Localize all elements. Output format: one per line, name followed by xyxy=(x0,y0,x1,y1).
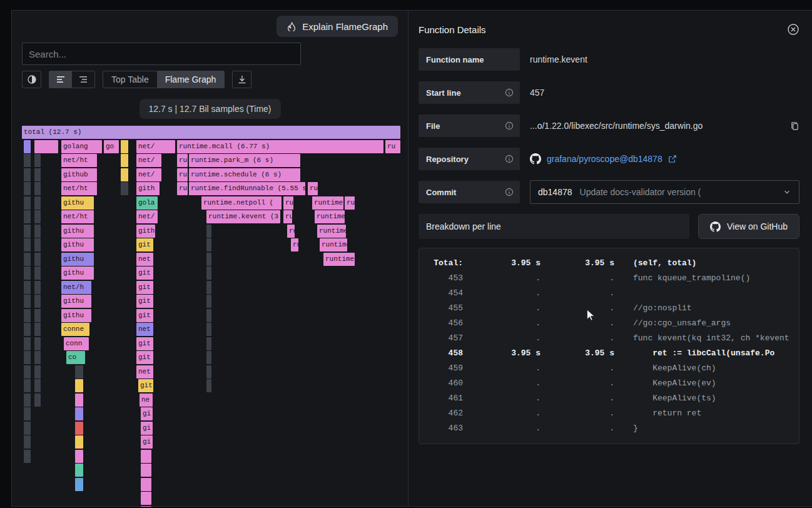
flame-cell[interactable] xyxy=(34,394,41,407)
flame-cell[interactable] xyxy=(34,182,41,195)
flame-cell[interactable] xyxy=(24,281,31,294)
flame-cell[interactable] xyxy=(206,323,211,336)
info-icon[interactable] xyxy=(505,121,514,130)
flame-cell[interactable] xyxy=(206,365,211,378)
top-table-tab[interactable]: Top Table xyxy=(103,71,157,88)
flame-cell[interactable]: net/ht xyxy=(61,154,97,167)
flame-cell[interactable]: runtime xyxy=(312,196,343,210)
flame-cell[interactable] xyxy=(34,281,41,294)
flame-cell[interactable]: git xyxy=(136,281,153,294)
flame-cell[interactable]: git xyxy=(136,351,153,364)
flame-cell[interactable]: net/h xyxy=(61,281,91,294)
flame-cell[interactable] xyxy=(141,478,151,491)
flame-cell[interactable]: runtime xyxy=(315,210,345,223)
flame-cell[interactable]: golang xyxy=(61,140,102,153)
flame-cell[interactable]: net xyxy=(136,253,153,266)
flame-cell[interactable] xyxy=(24,435,31,449)
flame-cell[interactable] xyxy=(24,253,31,266)
flame-cell[interactable] xyxy=(24,337,31,350)
flame-cell[interactable] xyxy=(141,450,151,463)
flame-cell[interactable] xyxy=(24,182,31,195)
flame-cell[interactable]: runtime xyxy=(320,238,347,251)
flame-cell[interactable]: conn xyxy=(64,337,89,350)
flame-cell[interactable] xyxy=(75,407,83,420)
flame-cell[interactable] xyxy=(24,140,31,153)
explain-flamegraph-button[interactable]: Explain FlameGraph xyxy=(277,16,398,37)
flame-cell[interactable]: runtime.mcall (6.77 s) xyxy=(177,140,383,153)
flame-cell[interactable] xyxy=(34,253,41,266)
flame-cell[interactable]: runtime.park_m (6 s) xyxy=(189,154,300,167)
flame-cell[interactable] xyxy=(34,225,41,238)
search-input[interactable] xyxy=(22,43,301,65)
flame-cell[interactable]: run xyxy=(177,182,188,195)
flame-cell[interactable]: runtime.kevent (3 xyxy=(206,210,280,223)
flame-cell[interactable] xyxy=(24,323,31,336)
flame-cell[interactable]: gi xyxy=(141,407,153,420)
flame-cell[interactable] xyxy=(206,351,211,364)
flame-cell[interactable] xyxy=(206,309,211,322)
flame-cell[interactable] xyxy=(24,168,31,181)
flame-cell[interactable]: gith xyxy=(136,182,160,195)
flame-cell[interactable] xyxy=(34,154,41,167)
close-button[interactable] xyxy=(787,23,799,36)
flame-cell[interactable] xyxy=(34,351,41,364)
flame-cell[interactable]: ru xyxy=(283,210,292,223)
flame-cell[interactable] xyxy=(34,210,41,223)
flame-cell[interactable]: net/ xyxy=(136,154,161,167)
flame-cell[interactable] xyxy=(34,295,41,308)
flame-cell[interactable] xyxy=(141,464,151,477)
flame-cell[interactable]: ru xyxy=(308,182,318,195)
flame-cell[interactable] xyxy=(75,450,83,463)
flame-cell[interactable] xyxy=(75,379,83,392)
flame-cell[interactable]: githu xyxy=(61,267,94,280)
flame-cell[interactable] xyxy=(24,351,31,364)
flame-cell[interactable] xyxy=(24,210,31,223)
flame-cell[interactable] xyxy=(34,365,41,378)
flame-cell[interactable] xyxy=(24,365,31,378)
flame-cell[interactable] xyxy=(206,238,211,251)
flame-cell[interactable] xyxy=(206,337,211,350)
flame-cell[interactable] xyxy=(75,422,83,435)
flame-cell[interactable]: githu xyxy=(61,238,94,251)
flame-cell[interactable] xyxy=(75,435,83,449)
flame-cell[interactable]: run xyxy=(177,154,188,167)
flame-cell[interactable]: git xyxy=(136,267,153,280)
flame-cell[interactable]: gola xyxy=(136,196,158,210)
flame-cell[interactable] xyxy=(75,478,83,491)
view-on-github-button[interactable]: View on GitHub xyxy=(698,214,799,239)
info-icon[interactable] xyxy=(505,88,514,97)
flame-cell[interactable]: gi xyxy=(141,422,153,435)
flame-cell[interactable]: net/ht xyxy=(61,182,97,195)
copy-button[interactable] xyxy=(790,121,799,131)
flame-cell[interactable] xyxy=(24,407,31,420)
flame-cell[interactable]: ru xyxy=(283,196,293,210)
flame-cell[interactable] xyxy=(121,168,128,181)
info-icon[interactable] xyxy=(505,188,514,196)
flame-cell[interactable]: git xyxy=(136,337,153,350)
flame-cell[interactable]: githu xyxy=(61,295,91,308)
flame-cell[interactable] xyxy=(206,379,211,392)
flame-cell[interactable] xyxy=(206,267,211,280)
repository-link[interactable]: grafana/pyroscope@db14878 xyxy=(547,154,662,164)
flame-cell[interactable]: git xyxy=(138,379,153,392)
flame-cell[interactable]: ru xyxy=(385,140,400,153)
flame-cell[interactable]: net/ht xyxy=(61,210,94,223)
flame-cell[interactable] xyxy=(24,450,31,463)
flame-cell[interactable] xyxy=(24,267,31,280)
commit-select[interactable]: db14878 Update docs-validator version ( xyxy=(530,180,799,204)
flame-cell[interactable] xyxy=(24,295,31,308)
flame-cell[interactable] xyxy=(34,168,41,181)
flame-cell[interactable] xyxy=(75,464,83,477)
align-left-button[interactable] xyxy=(49,71,72,88)
flame-cell[interactable] xyxy=(24,154,31,167)
align-justify-button[interactable] xyxy=(72,71,94,88)
flame-cell[interactable] xyxy=(34,337,41,350)
flame-cell[interactable]: ru xyxy=(345,196,355,210)
flamegraph[interactable]: total (12.7 s)golanggonet/runtime.mcall … xyxy=(22,126,401,507)
download-button[interactable] xyxy=(232,71,251,88)
flame-cell[interactable]: gi xyxy=(141,435,153,449)
flame-cell[interactable] xyxy=(75,394,83,407)
flame-cell[interactable]: ru xyxy=(287,225,295,238)
info-icon[interactable] xyxy=(505,155,514,163)
flame-cell[interactable]: githu xyxy=(61,253,94,266)
